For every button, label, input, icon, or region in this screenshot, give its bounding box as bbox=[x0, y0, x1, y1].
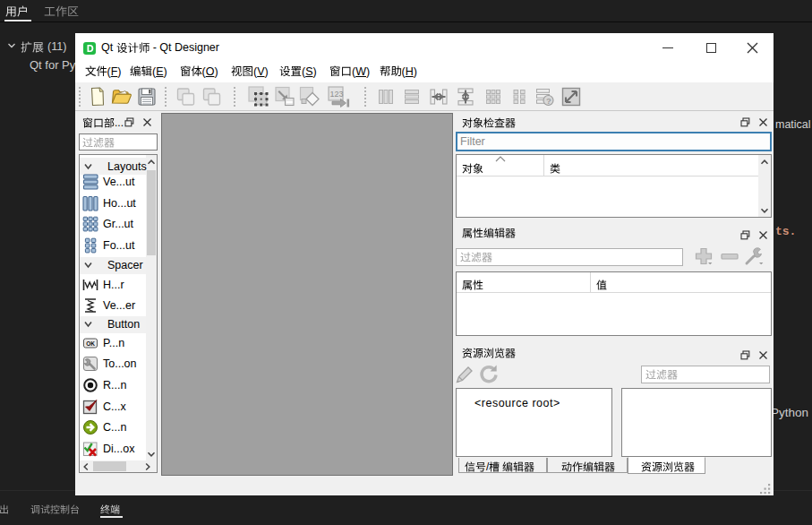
svg-text:123: 123 bbox=[329, 90, 343, 99]
svg-text:OK: OK bbox=[86, 340, 95, 347]
svg-text:?: ? bbox=[546, 96, 551, 106]
